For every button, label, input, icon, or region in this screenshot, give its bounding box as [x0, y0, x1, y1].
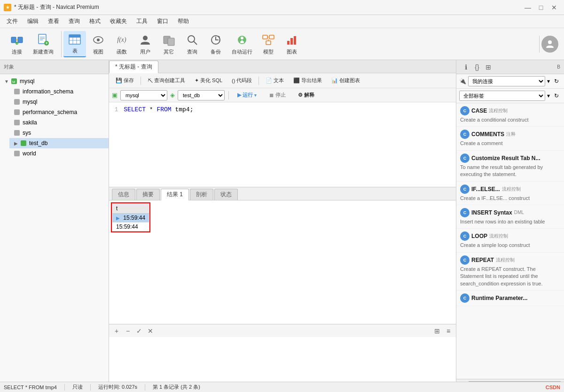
cancel-edit-button[interactable]: ✕: [146, 326, 155, 336]
svg-rect-42: [14, 99, 20, 105]
menu-favorites[interactable]: 收藏夹: [105, 15, 132, 27]
query-icon: [185, 33, 200, 47]
connect-button[interactable]: + 连接: [6, 31, 28, 57]
menu-window[interactable]: 窗口: [152, 15, 173, 27]
tab-untitled-query[interactable]: * 无标题 - 查询: [109, 61, 158, 73]
user-avatar[interactable]: [541, 36, 558, 53]
menu-format[interactable]: 格式: [85, 15, 105, 27]
svg-rect-46: [21, 140, 26, 146]
snippet-comments[interactable]: C COMMENTS 注释 Create a comment: [456, 127, 564, 150]
snippet-loop-title: C LOOP 流程控制: [460, 231, 560, 241]
tree-arrow: ▼: [4, 78, 9, 84]
sql-table: tmp4;: [175, 106, 193, 113]
autorun-button[interactable]: 自动运行: [228, 31, 256, 57]
refresh-button[interactable]: ↻: [552, 77, 561, 86]
form-view-button[interactable]: ≡: [444, 326, 453, 336]
svg-rect-35: [287, 41, 290, 45]
tag-refresh-button[interactable]: ↻: [552, 91, 561, 100]
grid-view-button[interactable]: ⊞: [432, 326, 442, 336]
svg-rect-37: [294, 36, 296, 45]
snippet-comments-desc: Create a comment: [460, 140, 560, 147]
snippet-case[interactable]: C CASE 流程控制 Create a conditional constru…: [456, 103, 564, 127]
sql-editor[interactable]: 1 SELECT * FROM tmp4;: [109, 102, 456, 187]
create-chart-button[interactable]: 📊 创建图表: [328, 76, 364, 85]
table-row[interactable]: 15:59:44: [112, 223, 149, 231]
export-button[interactable]: ⬛ 导出结果: [290, 76, 326, 85]
code-btn[interactable]: {}: [471, 61, 483, 73]
table-button[interactable]: 表: [63, 31, 86, 57]
result-table: t ▶ 15:59:44: [112, 203, 149, 231]
delete-row-button[interactable]: −: [123, 326, 133, 336]
backup-button[interactable]: 备份: [204, 31, 227, 57]
sidebar-item-mysql[interactable]: ▼ M mysql: [0, 76, 109, 86]
sidebar-item-sakila[interactable]: sakila: [9, 117, 109, 128]
tab-info[interactable]: 信息: [112, 189, 135, 200]
db-icon-info: [13, 88, 21, 95]
beautify-button[interactable]: ✦ 美化 SQL: [191, 76, 226, 85]
chart-button[interactable]: 图表: [281, 31, 303, 57]
sidebar-item-performance_schema[interactable]: performance_schema: [9, 107, 109, 117]
model-button[interactable]: 模型: [257, 31, 280, 57]
grid-btn[interactable]: ⊞: [483, 61, 494, 73]
menu-tools[interactable]: 工具: [132, 15, 152, 27]
snippet-runtime-title: C Runtime Parameter...: [460, 293, 560, 303]
separator2: [258, 77, 259, 85]
sidebar-label-performance_schema: performance_schema: [23, 109, 77, 115]
text-button[interactable]: 📄 文本: [262, 76, 288, 85]
toolbar: + 连接 + 新建查询: [0, 28, 564, 60]
autorun-icon: [235, 33, 250, 47]
run-button[interactable]: ▶ 运行 ▾: [233, 91, 261, 100]
other-button[interactable]: 其它: [157, 31, 180, 57]
snippet-loop[interactable]: C LOOP 流程控制 Create a simple loop constru…: [456, 229, 564, 252]
db-icon-world: [13, 150, 21, 157]
database-selector[interactable]: test_db: [178, 90, 225, 100]
menu-view[interactable]: 查看: [43, 15, 64, 27]
result-table-container: t ▶ 15:59:44: [109, 200, 456, 324]
svg-line-22: [194, 41, 197, 45]
maximize-button[interactable]: □: [535, 3, 547, 12]
snippet-customize-result-tab[interactable]: C Customize Result Tab N... To name the …: [456, 151, 564, 182]
sidebar-item-world[interactable]: world: [9, 148, 109, 159]
close-button[interactable]: ✕: [548, 3, 560, 12]
tag-select[interactable]: 全部标签: [459, 91, 545, 101]
add-row-button[interactable]: +: [112, 326, 121, 336]
user-label: 用户: [140, 48, 150, 55]
minimize-button[interactable]: —: [522, 3, 534, 12]
tab-summary[interactable]: 摘要: [136, 189, 160, 200]
user-button[interactable]: 用户: [134, 31, 157, 57]
sidebar: 对象 ▼ M mysql information_schema: [0, 60, 109, 392]
explain-button[interactable]: ⚙ 解释: [293, 91, 319, 100]
tab-result1[interactable]: 结果 1: [161, 189, 189, 200]
snippet-button[interactable]: () 代码段: [228, 76, 256, 85]
tab-status-result[interactable]: 状态: [214, 189, 238, 200]
menu-file[interactable]: 文件: [2, 15, 23, 27]
sidebar-item-mysql-db[interactable]: mysql: [9, 97, 109, 107]
snippet-if-else[interactable]: C IF...ELSE... 流程控制 Create a IF...ELSE..…: [456, 182, 564, 205]
mysql-selector[interactable]: mysql: [120, 90, 167, 100]
function-button[interactable]: f(x) 函数: [110, 31, 133, 57]
snippet-repeat-title: C REPEAT 流程控制: [460, 255, 560, 265]
sidebar-item-information_schema[interactable]: information_schema: [9, 86, 109, 97]
stop-button[interactable]: ⏹ 停止: [264, 91, 290, 100]
snippet-repeat[interactable]: C REPEAT 流程控制 Create a REPEAT construct.…: [456, 253, 564, 291]
info-btn[interactable]: ℹ: [460, 61, 471, 73]
menu-query[interactable]: 查询: [64, 15, 85, 27]
save-button[interactable]: 💾 保存: [112, 76, 138, 85]
query-button[interactable]: 查询: [181, 31, 204, 57]
snippet-runtime-parameter[interactable]: C Runtime Parameter...: [456, 291, 564, 306]
confirm-button[interactable]: ✓: [134, 326, 144, 336]
export-icon: ⬛: [293, 77, 300, 84]
beautify-icon: ✦: [195, 77, 199, 84]
sidebar-item-sys[interactable]: sys: [9, 128, 109, 138]
build-query-button[interactable]: ⛏ 查询创建工具: [144, 76, 189, 85]
tab-profile[interactable]: 剖析: [190, 189, 213, 200]
new-query-button[interactable]: + 新建查询: [29, 31, 57, 57]
menu-help[interactable]: 帮助: [173, 15, 194, 27]
menu-edit[interactable]: 编辑: [23, 15, 43, 27]
connection-select[interactable]: 我的连接: [468, 76, 545, 86]
view-button[interactable]: 视图: [87, 31, 110, 57]
snippet-insert-syntax[interactable]: C INSERT Syntax DML Insert new rows into…: [456, 205, 564, 229]
sidebar-item-test_db[interactable]: ▶ test_db: [9, 138, 109, 148]
other-icon: [161, 33, 176, 47]
table-row[interactable]: ▶ 15:59:44: [112, 214, 149, 223]
